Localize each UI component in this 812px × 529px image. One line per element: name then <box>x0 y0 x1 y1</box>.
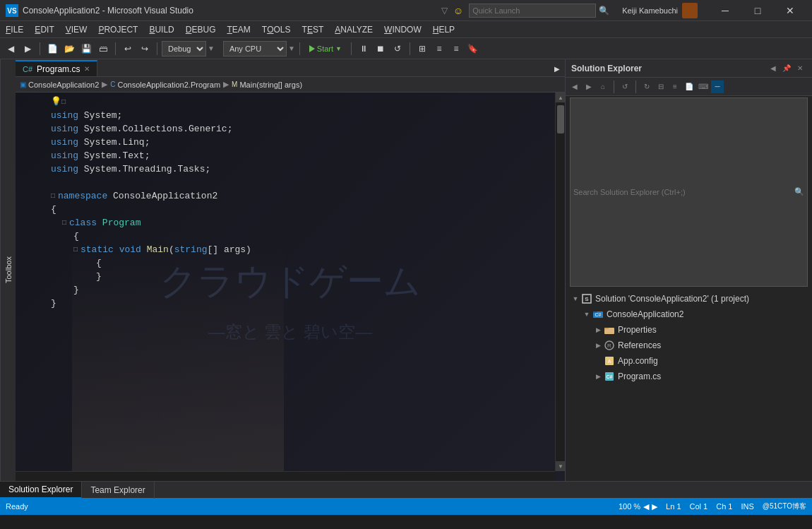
status-zoom[interactable]: 100 % ◀ ▶ <box>619 502 657 511</box>
tree-references[interactable]: ▶ R References <box>566 338 812 353</box>
minimize-button[interactable]: ─ <box>709 0 741 21</box>
code-editor[interactable]: クラウドゲーム —窓と 雲と 碧い空— 💡 □ using System; <box>16 93 565 481</box>
menu-help[interactable]: HELP <box>427 21 460 37</box>
tab-team-explorer[interactable]: Team Explorer <box>82 482 154 499</box>
toolbar-btn-1[interactable]: ⊞ <box>414 41 430 57</box>
ch-label: Ch 1 <box>716 502 732 511</box>
menu-project[interactable]: PROJECT <box>92 21 143 37</box>
menu-debug[interactable]: DEBUG <box>180 21 222 37</box>
se-pin-button[interactable]: ◀ <box>767 62 780 75</box>
tab-close-button[interactable]: ✕ <box>84 65 90 73</box>
expand-namespace[interactable]: □ <box>51 189 55 203</box>
project-expand-icon[interactable]: ▼ <box>581 309 592 320</box>
restore-button[interactable]: □ <box>741 0 774 21</box>
se-search-box[interactable]: 🔍 <box>570 97 808 287</box>
platform-dropdown[interactable]: Any CPU <box>223 41 287 57</box>
menu-edit[interactable]: EDIT <box>29 21 59 37</box>
save-all-button[interactable]: 🗃 <box>95 41 111 57</box>
solution-expand-icon[interactable]: ▼ <box>570 293 581 304</box>
tree-app-config[interactable]: A App.config <box>566 353 812 369</box>
toolbox-sidebar[interactable]: Toolbox <box>0 59 16 481</box>
pause-button[interactable]: ⏸ <box>356 41 371 57</box>
breadcrumb-member[interactable]: M Main(string[] args) <box>232 81 302 89</box>
program-cs-label: Program.cs <box>618 372 661 381</box>
svg-text:S: S <box>585 296 589 302</box>
code-line-5: using System.Threading.Tasks; <box>16 162 565 176</box>
undo-button[interactable]: ↩ <box>120 41 136 57</box>
tab-scroll-right[interactable]: ▶ <box>549 61 565 76</box>
tree-program-cs[interactable]: ▶ C# Program.cs <box>566 369 812 384</box>
se-home-button[interactable]: ⌂ <box>597 81 609 93</box>
quick-launch-input[interactable] <box>469 4 596 18</box>
menu-analyze[interactable]: ANALYZE <box>329 21 378 37</box>
refs-expand-icon[interactable]: ▶ <box>592 340 604 351</box>
close-button[interactable]: ✕ <box>774 0 806 21</box>
toolbar-btn-4[interactable]: 🔖 <box>465 41 481 57</box>
open-button[interactable]: 📂 <box>61 41 77 57</box>
se-pin2-button[interactable]: 📌 <box>780 62 793 75</box>
menu-team[interactable]: TEAM <box>221 21 256 37</box>
se-properties-button[interactable]: ≡ <box>669 81 681 93</box>
breadcrumb-class[interactable]: C ConsoleApplication2.Program <box>110 81 220 89</box>
tree-properties[interactable]: ▶ Properties <box>566 322 812 338</box>
se-refresh-button[interactable]: ↻ <box>640 81 653 93</box>
toolbar-btn-3[interactable]: ≡ <box>448 41 464 57</box>
restart-button[interactable]: ↺ <box>390 41 405 57</box>
stop-button[interactable]: ⏹ <box>373 41 388 57</box>
se-back-button[interactable]: ◀ <box>568 81 581 93</box>
properties-expand-icon[interactable]: ▶ <box>592 324 604 335</box>
save-button[interactable]: 💾 <box>78 41 94 57</box>
start-button[interactable]: Start ▼ <box>304 41 347 57</box>
collapse-icon-1[interactable]: □ <box>61 95 66 109</box>
user-area: Keiji Kamebuchi <box>622 3 698 18</box>
menu-file[interactable]: FILE <box>0 21 29 37</box>
tab-solution-explorer[interactable]: Solution Explorer <box>0 482 82 499</box>
se-collapse-all-button[interactable]: ⊟ <box>655 81 667 93</box>
properties-icon <box>604 324 615 335</box>
quick-launch-area[interactable]: 🔍 <box>469 4 609 18</box>
tab-program-cs[interactable]: C# Program.cs ✕ <box>16 60 97 76</box>
new-project-button[interactable]: 📄 <box>44 41 60 57</box>
status-col: Col 1 <box>690 502 708 511</box>
redo-button[interactable]: ↪ <box>137 41 153 57</box>
expand-class[interactable]: □ <box>62 216 66 230</box>
se-active-button[interactable]: ─ <box>711 81 724 93</box>
tab-te-label: Team Explorer <box>90 485 145 495</box>
menu-tools[interactable]: TOOLS <box>256 21 297 37</box>
project-icon: C# <box>592 309 604 320</box>
se-search-icon: 🔍 <box>794 187 804 196</box>
code-line-4: using System.Text; <box>16 149 565 162</box>
tree-project[interactable]: ▼ C# ConsoleApplication2 <box>566 307 812 322</box>
zoom-down-button[interactable]: ◀ <box>643 502 649 511</box>
se-close-button[interactable]: ✕ <box>794 62 806 75</box>
status-ln: Ln 1 <box>666 502 681 511</box>
start-icon <box>309 45 315 52</box>
funnel-icon: ▽ <box>441 6 448 16</box>
back-button[interactable]: ◀ <box>3 41 18 57</box>
menu-view[interactable]: VIEW <box>60 21 93 37</box>
expand-main[interactable]: □ <box>73 243 78 256</box>
ins-label: INS <box>741 502 753 511</box>
menu-window[interactable]: WINDOW <box>378 21 427 37</box>
code-line-8: { <box>16 203 565 216</box>
menu-build[interactable]: BUILD <box>143 21 179 37</box>
breadcrumb-project[interactable]: ▣ ConsoleApplication2 <box>20 81 99 89</box>
se-sync-button[interactable]: ↺ <box>619 81 631 93</box>
code-line-13: } <box>16 270 565 283</box>
menu-test[interactable]: TEST <box>297 21 330 37</box>
tree-solution[interactable]: ▼ S Solution 'ConsoleApplication2' (1 pr… <box>566 291 812 307</box>
status-ins: INS <box>741 502 753 511</box>
code-line-14: } <box>16 283 565 297</box>
se-forward-button[interactable]: ▶ <box>583 81 595 93</box>
zoom-up-button[interactable]: ▶ <box>652 502 657 511</box>
se-search-input[interactable] <box>573 188 794 196</box>
toolbar-btn-2[interactable]: ≡ <box>431 41 447 57</box>
program-expand-icon[interactable]: ▶ <box>592 371 604 382</box>
se-show-files-button[interactable]: 📄 <box>683 81 695 93</box>
se-code-button[interactable]: ⌨ <box>697 81 710 93</box>
forward-button[interactable]: ▶ <box>20 41 35 57</box>
tab-cs-icon: C# <box>23 65 32 73</box>
debug-config-dropdown[interactable]: Debug <box>162 41 206 57</box>
config-icon: A <box>604 355 615 367</box>
code-line-11: □ static void Main(string[] args) <box>16 243 565 256</box>
